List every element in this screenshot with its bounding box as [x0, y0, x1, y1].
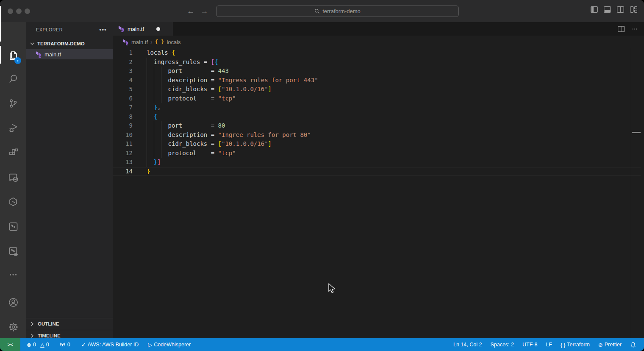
toggle-panel-icon[interactable]: [604, 6, 611, 13]
explorer-sidebar: EXPLORER ••• TERRAFORM-DEMO main.tf OUTL…: [26, 22, 113, 338]
breadcrumb-separator: ›: [150, 39, 153, 45]
code-text: protocol = "tcp": [147, 149, 236, 158]
code-text: locals {: [147, 48, 175, 58]
modified-dot-icon[interactable]: [156, 27, 160, 31]
code-text: port = 443: [147, 67, 229, 76]
code-line-5[interactable]: 5 cidr_blocks = ["10.1.0.0/16"]: [113, 85, 644, 94]
code-line-3[interactable]: 3 port = 443: [113, 67, 644, 76]
code-line-14[interactable]: 14}: [113, 167, 644, 176]
codewhisperer-status[interactable]: ▷ CodeWhisperer: [145, 338, 194, 351]
code-text: ingress_rules = [{: [147, 58, 218, 67]
outline-section[interactable]: OUTLINE: [26, 318, 113, 329]
terraform-file-icon: [118, 25, 125, 32]
code-line-6[interactable]: 6 protocol = "tcp": [113, 94, 644, 103]
language-status[interactable]: { } Terraform: [556, 342, 594, 348]
status-bar: >< ⊗ 0 △ 0 0 ✓ AWS: AWS Builder ID ▷ Cod…: [0, 338, 644, 351]
views-and-more-actions-icon[interactable]: •••: [99, 26, 107, 33]
file-name: main.tf: [44, 51, 61, 58]
explorer-icon[interactable]: 1: [0, 45, 26, 65]
accounts-icon[interactable]: [0, 292, 26, 312]
cursor-position-status[interactable]: Ln 14, Col 2: [449, 342, 486, 348]
code-editor[interactable]: 1locals {2 ingress_rules = [{3 port = 44…: [113, 48, 644, 180]
code-text: }]: [147, 158, 161, 167]
folder-terraform-demo[interactable]: TERRAFORM-DEMO: [26, 39, 113, 48]
vscode-window: ← → terraform-demo 1: [0, 0, 644, 351]
window-edge-highlight: [0, 6, 1, 42]
bell-icon: [630, 342, 636, 348]
prettier-status[interactable]: ⊘ Prettier: [594, 342, 626, 348]
code-line-2[interactable]: 2 ingress_rules = [{: [113, 58, 644, 67]
terraform-icon[interactable]: [0, 216, 26, 237]
code-text: port = 80: [147, 121, 225, 131]
scrollbar-divider: [631, 48, 631, 338]
command-center-search[interactable]: terraform-demo: [216, 6, 459, 17]
toggle-secondary-sidebar-icon[interactable]: [617, 6, 624, 13]
source-control-icon[interactable]: [0, 93, 26, 114]
line-number: 12: [113, 149, 133, 158]
problems-status[interactable]: ⊗ 0 △ 0: [24, 338, 52, 351]
extensions-icon[interactable]: [0, 142, 26, 163]
line-number: 3: [113, 67, 133, 76]
file-item-main-tf[interactable]: main.tf: [26, 49, 113, 59]
remote-explorer-icon[interactable]: [0, 167, 26, 187]
tab-main-tf[interactable]: main.tf: [113, 22, 173, 36]
run-debug-icon[interactable]: [0, 118, 26, 138]
forward-arrow-icon[interactable]: →: [199, 6, 209, 16]
code-text: {: [147, 112, 157, 122]
breadcrumb-file[interactable]: main.tf: [131, 39, 148, 45]
hexagon-extension-icon[interactable]: [0, 192, 26, 212]
more-actions-icon[interactable]: [631, 26, 638, 32]
tab-strip: main.tf: [113, 22, 644, 36]
split-editor-icon[interactable]: [618, 26, 625, 32]
terraform-file-icon: [123, 39, 129, 45]
code-text: },: [147, 103, 161, 112]
code-line-13[interactable]: 13 }]: [113, 158, 644, 167]
circle-slash-icon: ⊘: [598, 342, 603, 348]
encoding-status[interactable]: UTF-8: [518, 342, 541, 348]
breadcrumb-symbol[interactable]: locals: [167, 39, 180, 45]
line-number: 10: [113, 131, 133, 140]
settings-gear-icon[interactable]: [0, 317, 26, 337]
close-button[interactable]: [8, 8, 13, 14]
sidebar-title: EXPLORER: [36, 27, 63, 32]
toggle-primary-sidebar-icon[interactable]: [591, 6, 598, 13]
back-arrow-icon[interactable]: ←: [186, 6, 196, 16]
ports-status[interactable]: 0: [56, 338, 73, 351]
search-value: terraform-demo: [322, 8, 361, 14]
line-number: 7: [113, 103, 133, 112]
search-view-icon[interactable]: [0, 69, 26, 89]
zoom-button[interactable]: [25, 8, 30, 14]
code-line-4[interactable]: 4 description = "Ingress rules for port …: [113, 76, 644, 85]
code-line-1[interactable]: 1locals {: [113, 48, 644, 58]
minimize-button[interactable]: [16, 8, 22, 14]
activity-bar: 1: [0, 22, 26, 338]
eol-status[interactable]: LF: [541, 342, 556, 348]
error-icon: ⊗: [27, 342, 31, 348]
check-icon: ✓: [81, 342, 86, 348]
remote-indicator[interactable]: ><: [0, 338, 20, 351]
aws-builder-id-status[interactable]: ✓ AWS: AWS Builder ID: [78, 338, 142, 351]
code-line-10[interactable]: 10 description = "Ingree rules for port …: [113, 131, 644, 140]
code-text: description = "Ingress rules for port 44…: [147, 76, 318, 85]
terraform-file-icon: [36, 51, 42, 58]
code-line-9[interactable]: 9 port = 80: [113, 121, 644, 131]
code-text: cidr_blocks = ["10.1.0.0/16"]: [147, 85, 272, 94]
mouse-cursor: [327, 283, 336, 294]
notifications-status[interactable]: [626, 342, 641, 348]
code-text: protocol = "tcp": [147, 94, 236, 103]
code-line-7[interactable]: 7 },: [113, 103, 644, 112]
line-number: 8: [113, 112, 133, 122]
tab-label: main.tf: [128, 26, 144, 32]
warning-icon: △: [40, 342, 44, 348]
code-line-11[interactable]: 11 cidr_blocks = ["10.1.0.0/16"]: [113, 139, 644, 149]
line-number: 1: [113, 48, 133, 58]
more-views-icon[interactable]: [0, 265, 26, 285]
code-text: }: [147, 167, 150, 176]
code-line-12[interactable]: 12 protocol = "tcp": [113, 149, 644, 158]
terraform-cloud-icon[interactable]: [0, 241, 26, 261]
line-number: 14: [113, 167, 133, 176]
indentation-status[interactable]: Spaces: 2: [486, 342, 518, 348]
customize-layout-icon[interactable]: [630, 6, 637, 13]
code-line-8[interactable]: 8 {: [113, 112, 644, 122]
line-number: 6: [113, 94, 133, 103]
